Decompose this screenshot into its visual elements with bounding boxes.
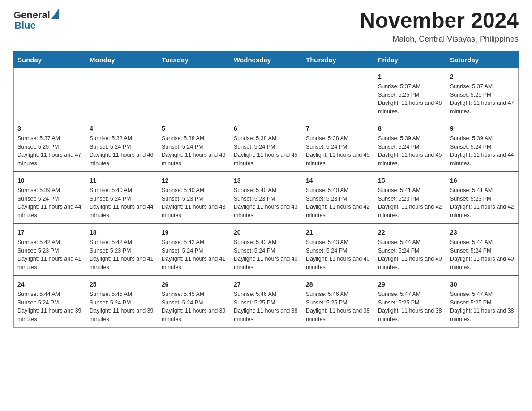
header-saturday: Saturday xyxy=(446,51,519,68)
table-row: 6Sunrise: 5:38 AM Sunset: 5:24 PM Daylig… xyxy=(230,120,302,172)
table-row: 16Sunrise: 5:41 AM Sunset: 5:23 PM Dayli… xyxy=(446,172,519,224)
table-row xyxy=(302,68,374,120)
day-info: Sunrise: 5:43 AM Sunset: 5:24 PM Dayligh… xyxy=(306,238,370,272)
table-row: 21Sunrise: 5:43 AM Sunset: 5:24 PM Dayli… xyxy=(302,224,374,276)
day-info: Sunrise: 5:44 AM Sunset: 5:24 PM Dayligh… xyxy=(378,238,442,272)
day-info: Sunrise: 5:42 AM Sunset: 5:24 PM Dayligh… xyxy=(162,238,226,272)
day-number: 21 xyxy=(306,228,370,237)
svg-marker-0 xyxy=(51,9,59,19)
table-row: 29Sunrise: 5:47 AM Sunset: 5:25 PM Dayli… xyxy=(374,276,446,328)
day-number: 12 xyxy=(162,176,226,185)
table-row xyxy=(14,68,86,120)
day-number: 10 xyxy=(17,176,82,185)
day-info: Sunrise: 5:40 AM Sunset: 5:23 PM Dayligh… xyxy=(234,186,298,220)
day-number: 23 xyxy=(450,228,515,237)
table-row: 30Sunrise: 5:47 AM Sunset: 5:25 PM Dayli… xyxy=(446,276,519,328)
logo: General Blue xyxy=(13,9,59,31)
location-subtitle: Maloh, Central Visayas, Philippines xyxy=(360,34,519,44)
calendar-week-row: 1Sunrise: 5:37 AM Sunset: 5:25 PM Daylig… xyxy=(14,68,519,120)
day-info: Sunrise: 5:46 AM Sunset: 5:25 PM Dayligh… xyxy=(234,290,298,324)
day-number: 9 xyxy=(450,124,515,133)
table-row: 20Sunrise: 5:43 AM Sunset: 5:24 PM Dayli… xyxy=(230,224,302,276)
day-info: Sunrise: 5:42 AM Sunset: 5:23 PM Dayligh… xyxy=(90,238,154,272)
table-row: 7Sunrise: 5:38 AM Sunset: 5:24 PM Daylig… xyxy=(302,120,374,172)
day-info: Sunrise: 5:42 AM Sunset: 5:23 PM Dayligh… xyxy=(17,238,82,272)
day-number: 18 xyxy=(90,228,154,237)
day-info: Sunrise: 5:46 AM Sunset: 5:25 PM Dayligh… xyxy=(306,290,370,324)
table-row: 9Sunrise: 5:39 AM Sunset: 5:24 PM Daylig… xyxy=(446,120,519,172)
table-row: 19Sunrise: 5:42 AM Sunset: 5:24 PM Dayli… xyxy=(158,224,230,276)
table-row xyxy=(230,68,302,120)
calendar-week-row: 17Sunrise: 5:42 AM Sunset: 5:23 PM Dayli… xyxy=(14,224,519,276)
day-number: 4 xyxy=(90,124,154,133)
table-row: 8Sunrise: 5:39 AM Sunset: 5:24 PM Daylig… xyxy=(374,120,446,172)
header-wednesday: Wednesday xyxy=(230,51,302,68)
day-number: 3 xyxy=(17,124,82,133)
day-number: 13 xyxy=(234,176,298,185)
day-number: 7 xyxy=(306,124,370,133)
table-row: 22Sunrise: 5:44 AM Sunset: 5:24 PM Dayli… xyxy=(374,224,446,276)
day-number: 5 xyxy=(162,124,226,133)
calendar-week-row: 3Sunrise: 5:37 AM Sunset: 5:25 PM Daylig… xyxy=(14,120,519,172)
table-row: 15Sunrise: 5:41 AM Sunset: 5:23 PM Dayli… xyxy=(374,172,446,224)
day-number: 11 xyxy=(90,176,154,185)
day-number: 15 xyxy=(378,176,442,185)
day-info: Sunrise: 5:41 AM Sunset: 5:23 PM Dayligh… xyxy=(450,186,515,220)
calendar-week-row: 10Sunrise: 5:39 AM Sunset: 5:24 PM Dayli… xyxy=(14,172,519,224)
table-row: 14Sunrise: 5:40 AM Sunset: 5:23 PM Dayli… xyxy=(302,172,374,224)
day-number: 6 xyxy=(234,124,298,133)
day-info: Sunrise: 5:37 AM Sunset: 5:25 PM Dayligh… xyxy=(17,134,82,168)
header-friday: Friday xyxy=(374,51,446,68)
header-thursday: Thursday xyxy=(302,51,374,68)
table-row: 12Sunrise: 5:40 AM Sunset: 5:23 PM Dayli… xyxy=(158,172,230,224)
day-number: 14 xyxy=(306,176,370,185)
day-number: 20 xyxy=(234,228,298,237)
table-row: 4Sunrise: 5:38 AM Sunset: 5:24 PM Daylig… xyxy=(86,120,158,172)
day-info: Sunrise: 5:43 AM Sunset: 5:24 PM Dayligh… xyxy=(234,238,298,272)
day-number: 28 xyxy=(306,280,370,289)
day-info: Sunrise: 5:39 AM Sunset: 5:24 PM Dayligh… xyxy=(17,186,82,220)
day-info: Sunrise: 5:38 AM Sunset: 5:24 PM Dayligh… xyxy=(306,134,370,168)
day-info: Sunrise: 5:38 AM Sunset: 5:24 PM Dayligh… xyxy=(234,134,298,168)
day-info: Sunrise: 5:38 AM Sunset: 5:24 PM Dayligh… xyxy=(90,134,154,168)
day-info: Sunrise: 5:39 AM Sunset: 5:24 PM Dayligh… xyxy=(378,134,442,168)
day-number: 16 xyxy=(450,176,515,185)
day-info: Sunrise: 5:45 AM Sunset: 5:24 PM Dayligh… xyxy=(162,290,226,324)
table-row: 25Sunrise: 5:45 AM Sunset: 5:24 PM Dayli… xyxy=(86,276,158,328)
day-info: Sunrise: 5:37 AM Sunset: 5:25 PM Dayligh… xyxy=(450,82,515,116)
day-info: Sunrise: 5:47 AM Sunset: 5:25 PM Dayligh… xyxy=(378,290,442,324)
day-number: 25 xyxy=(90,280,154,289)
header-sunday: Sunday xyxy=(14,51,86,68)
day-number: 30 xyxy=(450,280,515,289)
table-row: 3Sunrise: 5:37 AM Sunset: 5:25 PM Daylig… xyxy=(14,120,86,172)
day-number: 22 xyxy=(378,228,442,237)
day-info: Sunrise: 5:38 AM Sunset: 5:24 PM Dayligh… xyxy=(162,134,226,168)
table-row: 24Sunrise: 5:44 AM Sunset: 5:24 PM Dayli… xyxy=(14,276,86,328)
table-row: 10Sunrise: 5:39 AM Sunset: 5:24 PM Dayli… xyxy=(14,172,86,224)
logo-triangle-icon xyxy=(51,9,59,21)
table-row: 17Sunrise: 5:42 AM Sunset: 5:23 PM Dayli… xyxy=(14,224,86,276)
table-row xyxy=(86,68,158,120)
day-number: 27 xyxy=(234,280,298,289)
day-number: 17 xyxy=(17,228,82,237)
calendar-table: Sunday Monday Tuesday Wednesday Thursday… xyxy=(13,51,519,328)
day-info: Sunrise: 5:40 AM Sunset: 5:23 PM Dayligh… xyxy=(162,186,226,220)
day-info: Sunrise: 5:37 AM Sunset: 5:25 PM Dayligh… xyxy=(378,82,442,116)
header: General Blue November 2024 Maloh, Centra… xyxy=(13,9,519,44)
calendar-header-row: Sunday Monday Tuesday Wednesday Thursday… xyxy=(14,51,519,68)
day-number: 24 xyxy=(17,280,82,289)
logo-text: General Blue xyxy=(13,9,59,31)
day-info: Sunrise: 5:45 AM Sunset: 5:24 PM Dayligh… xyxy=(90,290,154,324)
calendar-week-row: 24Sunrise: 5:44 AM Sunset: 5:24 PM Dayli… xyxy=(14,276,519,328)
day-number: 29 xyxy=(378,280,442,289)
table-row xyxy=(158,68,230,120)
table-row: 11Sunrise: 5:40 AM Sunset: 5:24 PM Dayli… xyxy=(86,172,158,224)
table-row: 23Sunrise: 5:44 AM Sunset: 5:24 PM Dayli… xyxy=(446,224,519,276)
day-info: Sunrise: 5:40 AM Sunset: 5:23 PM Dayligh… xyxy=(306,186,370,220)
day-info: Sunrise: 5:44 AM Sunset: 5:24 PM Dayligh… xyxy=(450,238,515,272)
header-tuesday: Tuesday xyxy=(158,51,230,68)
table-row: 1Sunrise: 5:37 AM Sunset: 5:25 PM Daylig… xyxy=(374,68,446,120)
table-row: 5Sunrise: 5:38 AM Sunset: 5:24 PM Daylig… xyxy=(158,120,230,172)
header-monday: Monday xyxy=(86,51,158,68)
table-row: 27Sunrise: 5:46 AM Sunset: 5:25 PM Dayli… xyxy=(230,276,302,328)
